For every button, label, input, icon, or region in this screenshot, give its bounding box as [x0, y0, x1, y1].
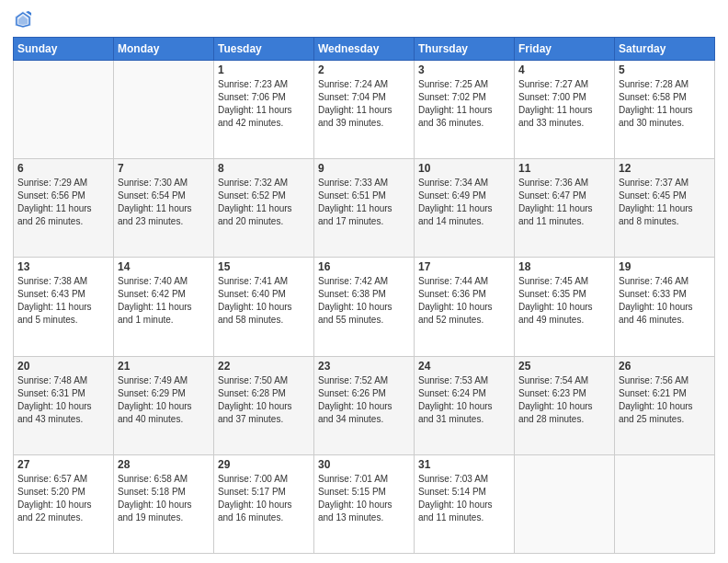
calendar-week-row: 1Sunrise: 7:23 AM Sunset: 7:06 PM Daylig… — [14, 61, 715, 159]
calendar-cell: 9Sunrise: 7:33 AM Sunset: 6:51 PM Daylig… — [314, 159, 415, 258]
day-info: Sunrise: 7:29 AM Sunset: 6:56 PM Dayligh… — [17, 177, 109, 228]
calendar-week-row: 20Sunrise: 7:48 AM Sunset: 6:31 PM Dayli… — [14, 356, 715, 454]
day-info: Sunrise: 7:53 AM Sunset: 6:24 PM Dayligh… — [418, 374, 510, 426]
day-number: 26 — [619, 360, 711, 373]
day-number: 1 — [218, 63, 310, 76]
calendar-cell: 22Sunrise: 7:50 AM Sunset: 6:28 PM Dayli… — [214, 356, 314, 454]
calendar-cell: 14Sunrise: 7:40 AM Sunset: 6:42 PM Dayli… — [114, 258, 214, 356]
calendar-cell: 13Sunrise: 7:38 AM Sunset: 6:43 PM Dayli… — [14, 258, 114, 356]
day-info: Sunrise: 7:49 AM Sunset: 6:29 PM Dayligh… — [118, 374, 210, 426]
day-info: Sunrise: 7:24 AM Sunset: 7:04 PM Dayligh… — [318, 78, 410, 130]
day-number: 21 — [118, 360, 210, 373]
calendar-cell: 7Sunrise: 7:30 AM Sunset: 6:54 PM Daylig… — [114, 159, 214, 258]
calendar-header-row: SundayMondayTuesdayWednesdayThursdayFrid… — [14, 38, 715, 61]
calendar-cell: 8Sunrise: 7:32 AM Sunset: 6:52 PM Daylig… — [214, 159, 314, 258]
calendar-day-header: Sunday — [14, 38, 114, 61]
day-info: Sunrise: 7:27 AM Sunset: 7:00 PM Dayligh… — [518, 78, 610, 130]
page: SundayMondayTuesdayWednesdayThursdayFrid… — [0, 0, 728, 563]
day-info: Sunrise: 7:52 AM Sunset: 6:26 PM Dayligh… — [318, 374, 410, 426]
day-info: Sunrise: 7:45 AM Sunset: 6:35 PM Dayligh… — [518, 275, 610, 327]
calendar-cell: 2Sunrise: 7:24 AM Sunset: 7:04 PM Daylig… — [314, 61, 415, 159]
header — [13, 9, 715, 29]
calendar-cell: 4Sunrise: 7:27 AM Sunset: 7:00 PM Daylig… — [515, 61, 615, 159]
day-number: 28 — [118, 458, 210, 471]
day-info: Sunrise: 7:38 AM Sunset: 6:43 PM Dayligh… — [17, 275, 109, 327]
calendar-week-row: 13Sunrise: 7:38 AM Sunset: 6:43 PM Dayli… — [14, 258, 715, 356]
day-number: 29 — [218, 458, 310, 471]
day-number: 4 — [518, 63, 610, 76]
day-info: Sunrise: 7:30 AM Sunset: 6:54 PM Dayligh… — [118, 177, 210, 228]
calendar-day-header: Saturday — [615, 38, 715, 61]
calendar-week-row: 6Sunrise: 7:29 AM Sunset: 6:56 PM Daylig… — [14, 159, 715, 258]
day-number: 23 — [318, 360, 410, 373]
calendar-cell: 21Sunrise: 7:49 AM Sunset: 6:29 PM Dayli… — [114, 356, 214, 454]
day-number: 19 — [619, 260, 711, 273]
day-number: 9 — [318, 162, 410, 175]
day-info: Sunrise: 7:32 AM Sunset: 6:52 PM Dayligh… — [218, 177, 310, 228]
day-info: Sunrise: 7:56 AM Sunset: 6:21 PM Dayligh… — [619, 374, 711, 426]
calendar-cell: 17Sunrise: 7:44 AM Sunset: 6:36 PM Dayli… — [415, 258, 515, 356]
calendar-cell: 12Sunrise: 7:37 AM Sunset: 6:45 PM Dayli… — [615, 159, 715, 258]
calendar-cell: 20Sunrise: 7:48 AM Sunset: 6:31 PM Dayli… — [14, 356, 114, 454]
day-number: 31 — [418, 458, 510, 471]
day-number: 7 — [118, 162, 210, 175]
day-info: Sunrise: 7:01 AM Sunset: 5:15 PM Dayligh… — [318, 473, 410, 524]
day-info: Sunrise: 7:41 AM Sunset: 6:40 PM Dayligh… — [218, 275, 310, 327]
day-info: Sunrise: 7:40 AM Sunset: 6:42 PM Dayligh… — [118, 275, 210, 327]
day-number: 18 — [518, 260, 610, 273]
calendar-cell: 18Sunrise: 7:45 AM Sunset: 6:35 PM Dayli… — [515, 258, 615, 356]
calendar-cell: 31Sunrise: 7:03 AM Sunset: 5:14 PM Dayli… — [415, 454, 515, 553]
calendar-cell: 25Sunrise: 7:54 AM Sunset: 6:23 PM Dayli… — [515, 356, 615, 454]
day-number: 10 — [418, 162, 510, 175]
day-info: Sunrise: 7:54 AM Sunset: 6:23 PM Dayligh… — [518, 374, 610, 426]
calendar-cell: 27Sunrise: 6:57 AM Sunset: 5:20 PM Dayli… — [14, 454, 114, 553]
calendar-table: SundayMondayTuesdayWednesdayThursdayFrid… — [13, 37, 715, 554]
calendar-cell: 26Sunrise: 7:56 AM Sunset: 6:21 PM Dayli… — [615, 356, 715, 454]
calendar-cell: 16Sunrise: 7:42 AM Sunset: 6:38 PM Dayli… — [314, 258, 415, 356]
calendar-cell — [114, 61, 214, 159]
day-number: 15 — [218, 260, 310, 273]
day-info: Sunrise: 7:48 AM Sunset: 6:31 PM Dayligh… — [17, 374, 109, 426]
day-number: 6 — [17, 162, 109, 175]
day-info: Sunrise: 7:44 AM Sunset: 6:36 PM Dayligh… — [418, 275, 510, 327]
calendar-cell: 1Sunrise: 7:23 AM Sunset: 7:06 PM Daylig… — [214, 61, 314, 159]
day-number: 8 — [218, 162, 310, 175]
day-info: Sunrise: 7:46 AM Sunset: 6:33 PM Dayligh… — [619, 275, 711, 327]
calendar-day-header: Thursday — [415, 38, 515, 61]
calendar-cell: 15Sunrise: 7:41 AM Sunset: 6:40 PM Dayli… — [214, 258, 314, 356]
day-number: 3 — [418, 63, 510, 76]
logo — [13, 9, 37, 29]
day-number: 22 — [218, 360, 310, 373]
day-info: Sunrise: 7:23 AM Sunset: 7:06 PM Dayligh… — [218, 78, 310, 130]
calendar-week-row: 27Sunrise: 6:57 AM Sunset: 5:20 PM Dayli… — [14, 454, 715, 553]
calendar-day-header: Wednesday — [314, 38, 415, 61]
day-number: 17 — [418, 260, 510, 273]
day-info: Sunrise: 7:25 AM Sunset: 7:02 PM Dayligh… — [418, 78, 510, 130]
calendar-cell: 30Sunrise: 7:01 AM Sunset: 5:15 PM Dayli… — [314, 454, 415, 553]
day-info: Sunrise: 7:37 AM Sunset: 6:45 PM Dayligh… — [619, 177, 711, 228]
day-number: 12 — [619, 162, 711, 175]
day-number: 5 — [619, 63, 711, 76]
day-info: Sunrise: 6:58 AM Sunset: 5:18 PM Dayligh… — [118, 473, 210, 524]
day-info: Sunrise: 7:33 AM Sunset: 6:51 PM Dayligh… — [318, 177, 410, 228]
day-info: Sunrise: 7:00 AM Sunset: 5:17 PM Dayligh… — [218, 473, 310, 524]
day-info: Sunrise: 6:57 AM Sunset: 5:20 PM Dayligh… — [17, 473, 109, 524]
calendar-cell — [14, 61, 114, 159]
day-number: 30 — [318, 458, 410, 471]
day-number: 20 — [17, 360, 109, 373]
calendar-cell — [615, 454, 715, 553]
day-info: Sunrise: 7:34 AM Sunset: 6:49 PM Dayligh… — [418, 177, 510, 228]
calendar-cell: 3Sunrise: 7:25 AM Sunset: 7:02 PM Daylig… — [415, 61, 515, 159]
calendar-cell: 23Sunrise: 7:52 AM Sunset: 6:26 PM Dayli… — [314, 356, 415, 454]
day-info: Sunrise: 7:36 AM Sunset: 6:47 PM Dayligh… — [518, 177, 610, 228]
calendar-day-header: Monday — [114, 38, 214, 61]
calendar-cell — [515, 454, 615, 553]
calendar-day-header: Tuesday — [214, 38, 314, 61]
day-number: 14 — [118, 260, 210, 273]
day-info: Sunrise: 7:50 AM Sunset: 6:28 PM Dayligh… — [218, 374, 310, 426]
calendar-cell: 5Sunrise: 7:28 AM Sunset: 6:58 PM Daylig… — [615, 61, 715, 159]
day-number: 27 — [17, 458, 109, 471]
calendar-cell: 10Sunrise: 7:34 AM Sunset: 6:49 PM Dayli… — [415, 159, 515, 258]
day-info: Sunrise: 7:28 AM Sunset: 6:58 PM Dayligh… — [619, 78, 711, 130]
calendar-cell: 11Sunrise: 7:36 AM Sunset: 6:47 PM Dayli… — [515, 159, 615, 258]
